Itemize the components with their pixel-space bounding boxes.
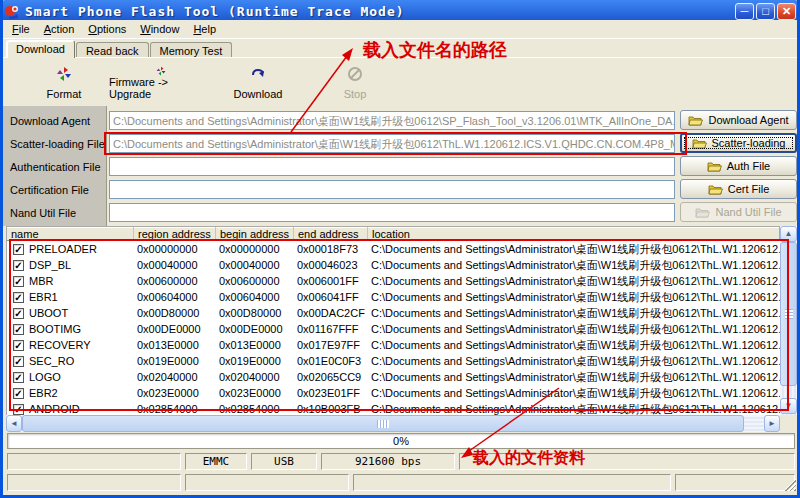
row-checkbox[interactable]: ✓ bbox=[13, 388, 24, 399]
tab-read-back[interactable]: Read back bbox=[76, 42, 149, 58]
auth-file-field[interactable] bbox=[109, 157, 675, 176]
table-row[interactable]: ✓LOGO 0x02040000 0x02040000 0x02065CC9 C… bbox=[7, 369, 780, 385]
region-address: 0x013E0000 bbox=[133, 339, 215, 351]
tab-download[interactable]: Download bbox=[6, 40, 75, 58]
row-checkbox[interactable]: ✓ bbox=[13, 292, 24, 303]
scatter-loading-button[interactable]: Scatter-loading bbox=[680, 133, 797, 153]
nand-util-label: Nand Util File bbox=[10, 207, 76, 219]
download-agent-button[interactable]: Download Agent bbox=[680, 110, 797, 130]
scroll-down-button[interactable]: ▼ bbox=[780, 398, 797, 414]
firmware-upgrade-button[interactable]: Firmware -> Upgrade bbox=[105, 64, 217, 102]
begin-address: 0x00040000 bbox=[215, 259, 293, 271]
row-checkbox[interactable]: ✓ bbox=[13, 340, 24, 351]
folder-icon bbox=[707, 161, 722, 172]
maximize-button[interactable]: □ bbox=[756, 3, 775, 20]
status-cell-empty bbox=[7, 474, 181, 491]
end-address: 0x01167FFF bbox=[293, 323, 367, 335]
scroll-up-button[interactable]: ▲ bbox=[780, 226, 797, 242]
col-location[interactable]: location bbox=[368, 227, 779, 240]
vertical-scrollbar[interactable]: ▲ ▼ bbox=[780, 226, 797, 415]
table-row[interactable]: ✓DSP_BL 0x00040000 0x00040000 0x00046023… bbox=[7, 257, 780, 273]
begin-address: 0x00000000 bbox=[215, 243, 293, 255]
table-row[interactable]: ✓EBR1 0x00604000 0x00604000 0x006041FF C… bbox=[7, 289, 780, 305]
horizontal-scrollbar[interactable]: ◄ ► bbox=[6, 415, 780, 432]
table-row[interactable]: ✓RECOVERY 0x013E0000 0x013E0000 0x017E97… bbox=[7, 337, 780, 353]
annotation-bottom: 载入的文件资料 bbox=[473, 448, 585, 469]
partition-name: UBOOT bbox=[29, 307, 68, 319]
row-checkbox[interactable]: ✓ bbox=[13, 372, 24, 383]
scroll-left-button[interactable]: ◄ bbox=[6, 415, 22, 432]
row-checkbox[interactable]: ✓ bbox=[13, 404, 24, 415]
end-address: 0x00DAC2CF bbox=[293, 307, 367, 319]
menu-help[interactable]: Help bbox=[186, 21, 223, 37]
thumb-grip bbox=[785, 309, 793, 319]
file-location: C:\Documents and Settings\Administrator\… bbox=[367, 242, 780, 257]
table-row[interactable]: ✓EBR2 0x023E0000 0x023E0000 0x023E01FF C… bbox=[7, 385, 780, 401]
partition-name: EBR2 bbox=[29, 387, 58, 399]
file-location: C:\Documents and Settings\Administrator\… bbox=[367, 386, 780, 401]
status-bar-lower bbox=[3, 473, 797, 492]
row-checkbox[interactable]: ✓ bbox=[13, 324, 24, 335]
menu-action[interactable]: Action bbox=[37, 21, 82, 37]
table-row[interactable]: ✓BOOTIMG 0x00DE0000 0x00DE0000 0x01167FF… bbox=[7, 321, 780, 337]
stop-label: Stop bbox=[344, 88, 367, 100]
partition-name: EBR1 bbox=[29, 291, 58, 303]
download-agent-label: Download Agent bbox=[10, 115, 90, 127]
scrollbar-corner bbox=[780, 415, 797, 432]
row-checkbox[interactable]: ✓ bbox=[13, 308, 24, 319]
table-row[interactable]: ✓MBR 0x00600000 0x00600000 0x006001FF C:… bbox=[7, 273, 780, 289]
nand-util-field[interactable] bbox=[109, 203, 675, 222]
partition-name: PRELOADER bbox=[29, 243, 97, 255]
nand-util-button-label: Nand Util File bbox=[715, 206, 781, 218]
download-button[interactable]: Download bbox=[225, 64, 291, 102]
firmware-upgrade-label: Firmware -> Upgrade bbox=[109, 76, 213, 100]
table-row[interactable]: ✓PRELOADER 0x00000000 0x00000000 0x00018… bbox=[7, 241, 780, 257]
menu-options[interactable]: Options bbox=[81, 21, 133, 37]
col-name[interactable]: name bbox=[7, 227, 134, 240]
table-row[interactable]: ✓SEC_RO 0x019E0000 0x019E0000 0x01E0C0F3… bbox=[7, 353, 780, 369]
region-address: 0x02040000 bbox=[133, 371, 215, 383]
cert-file-button[interactable]: Cert File bbox=[680, 179, 797, 199]
tab-memory-test[interactable]: Memory Test bbox=[150, 42, 233, 58]
table-row[interactable]: ✓UBOOT 0x00D80000 0x00D80000 0x00DAC2CF … bbox=[7, 305, 780, 321]
menu-window[interactable]: Window bbox=[133, 21, 186, 37]
cert-file-label: Certification File bbox=[10, 184, 89, 196]
file-location: C:\Documents and Settings\Administrator\… bbox=[367, 290, 780, 305]
scroll-right-button[interactable]: ► bbox=[764, 415, 780, 432]
row-checkbox[interactable]: ✓ bbox=[13, 244, 24, 255]
app-window: Smart Phone Flash Tool (Runtime Trace Mo… bbox=[0, 0, 800, 498]
row-checkbox[interactable]: ✓ bbox=[13, 260, 24, 271]
begin-address: 0x023E0000 bbox=[215, 387, 293, 399]
scatter-file-field[interactable]: C:\Documents and Settings\Administrator\… bbox=[109, 134, 675, 153]
stop-icon bbox=[347, 66, 363, 82]
status-cell-empty bbox=[7, 453, 181, 470]
end-address: 0x00018F73 bbox=[293, 243, 367, 255]
download-label: Download bbox=[234, 88, 283, 100]
begin-address: 0x013E0000 bbox=[215, 339, 293, 351]
partition-name: ANDROID bbox=[29, 403, 80, 415]
resize-grip[interactable] bbox=[783, 478, 796, 491]
col-region-address[interactable]: region address bbox=[134, 227, 216, 240]
file-location: C:\Documents and Settings\Administrator\… bbox=[367, 274, 780, 289]
status-cell-baud: 921600 bps bbox=[321, 453, 455, 470]
vertical-scroll-thumb[interactable] bbox=[780, 242, 797, 386]
format-button[interactable]: Format bbox=[33, 64, 95, 102]
col-begin-address[interactable]: begin address bbox=[216, 227, 294, 240]
auth-file-button[interactable]: Auth File bbox=[680, 156, 797, 176]
col-end-address[interactable]: end address bbox=[294, 227, 368, 240]
row-checkbox[interactable]: ✓ bbox=[13, 356, 24, 367]
firmware-upgrade-icon bbox=[153, 66, 169, 76]
begin-address: 0x02040000 bbox=[215, 371, 293, 383]
menu-file[interactable]: File bbox=[5, 21, 37, 37]
region-address: 0x00DE0000 bbox=[133, 323, 215, 335]
end-address: 0x017E97FF bbox=[293, 339, 367, 351]
download-agent-field[interactable]: C:\Documents and Settings\Administrator\… bbox=[109, 111, 675, 130]
toolbar: Format Firmware -> Upgrade Download Stop bbox=[3, 59, 797, 106]
row-checkbox[interactable]: ✓ bbox=[13, 276, 24, 287]
close-button[interactable]: ✕ bbox=[777, 3, 796, 20]
minimize-button[interactable]: ─ bbox=[735, 3, 754, 20]
horizontal-scroll-thumb[interactable] bbox=[22, 415, 744, 432]
cert-file-field[interactable] bbox=[109, 180, 675, 199]
status-cell-empty bbox=[353, 474, 671, 491]
table-row[interactable]: ✓ANDROID 0x02854000 0x02854000 0x10B003F… bbox=[7, 401, 780, 415]
